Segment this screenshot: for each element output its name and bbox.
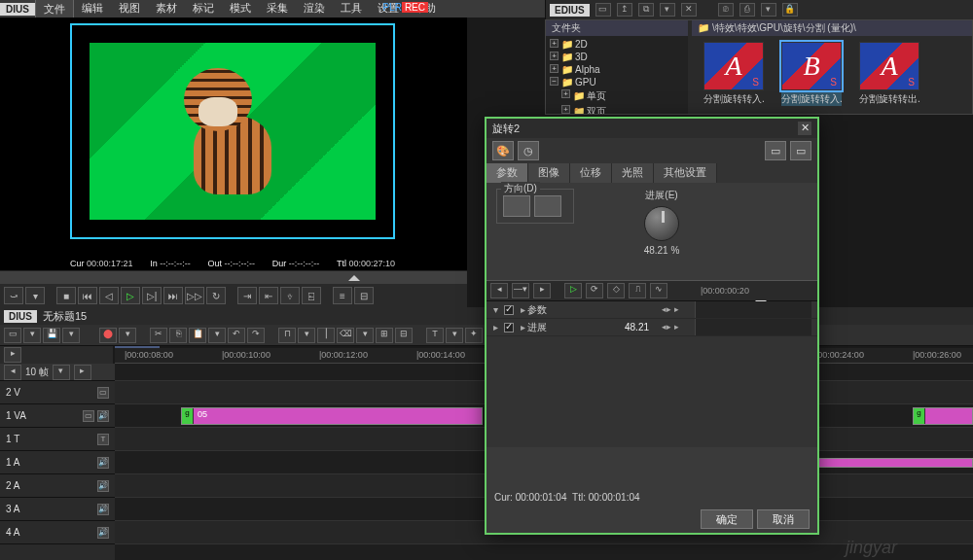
- expand-icon[interactable]: ▸: [518, 304, 527, 315]
- expand-icon[interactable]: ▸: [518, 322, 527, 332]
- seq-expand-icon[interactable]: ▸: [4, 347, 21, 363]
- play-icon[interactable]: ▷: [121, 287, 140, 304]
- tool2-icon[interactable]: ⎙: [739, 3, 755, 17]
- expand-icon[interactable]: ▸: [490, 322, 500, 332]
- end-icon[interactable]: ▷▷: [185, 287, 204, 304]
- collapse-icon[interactable]: ▾: [490, 304, 500, 315]
- menu-view[interactable]: 视图: [111, 0, 148, 19]
- speaker-icon[interactable]: 🔊: [97, 480, 109, 492]
- dropdown2-icon[interactable]: ▾: [761, 3, 776, 17]
- clip-va1[interactable]: g 05: [181, 407, 483, 425]
- tl-save-icon[interactable]: 💾: [43, 328, 60, 343]
- tool1-icon[interactable]: ⎚: [718, 3, 734, 17]
- zoom-dropdown-icon[interactable]: ▾: [53, 365, 70, 380]
- tab-other[interactable]: 其他设置: [654, 163, 717, 183]
- kf-loop-icon[interactable]: ⟳: [586, 283, 603, 298]
- expand-icon[interactable]: +: [550, 64, 559, 73]
- gauge-icon[interactable]: ◷: [518, 141, 539, 160]
- palette-icon[interactable]: 🎨: [492, 141, 514, 160]
- expand-icon[interactable]: +: [550, 52, 559, 60]
- insert-icon[interactable]: ⎀: [280, 287, 300, 304]
- checkbox-enabled[interactable]: [504, 323, 514, 332]
- zoom-next-icon[interactable]: ▸: [74, 365, 91, 380]
- kf-nav-icons[interactable]: ◂▸ ▸: [662, 304, 679, 314]
- clip-va1-b[interactable]: g: [913, 407, 973, 425]
- preset-load-icon[interactable]: ▭: [790, 141, 811, 160]
- menu-capture[interactable]: 采集: [259, 0, 296, 19]
- tl-redo-icon[interactable]: ↷: [247, 328, 265, 343]
- video-icon[interactable]: ▭: [97, 387, 109, 399]
- tl-dropdown7-icon[interactable]: ▾: [446, 328, 463, 343]
- tl-dropdown6-icon[interactable]: ▾: [356, 328, 374, 343]
- effect-thumb[interactable]: AS 分割旋转转入...: [703, 42, 764, 108]
- checkbox-enabled[interactable]: [504, 305, 514, 315]
- title-icon[interactable]: T: [97, 434, 109, 445]
- stop-icon[interactable]: ■: [56, 287, 76, 304]
- folder-tree[interactable]: +📁2D +📁3D +📁Alpha −📁GPU +📁单页 +📁双页 +📁变换: [546, 36, 688, 114]
- expand-icon[interactable]: +: [550, 39, 559, 48]
- param-row-root[interactable]: ▾ ▸ 参数 ◂▸ ▸: [486, 301, 817, 319]
- clip-a1[interactable]: [815, 458, 973, 468]
- speaker-icon[interactable]: 🔊: [97, 457, 109, 469]
- tree-node-gpu[interactable]: −📁GPU: [550, 76, 684, 88]
- track-va1[interactable]: 1 VA ▭🔊: [0, 404, 115, 428]
- tl-dropdown5-icon[interactable]: ▾: [298, 328, 315, 343]
- kf-curve-icon[interactable]: ⎍: [629, 283, 646, 298]
- menu-marker[interactable]: 标记: [185, 0, 222, 19]
- tl-delete-icon[interactable]: ⌫: [337, 328, 354, 343]
- preview-frame[interactable]: [70, 23, 395, 239]
- loop-icon[interactable]: ↻: [206, 287, 226, 304]
- kf-nav-icons[interactable]: ◂▸ ▸: [662, 322, 679, 332]
- tl-ripple-icon[interactable]: ⊓: [278, 328, 296, 343]
- tl-split-icon[interactable]: ⎮: [317, 328, 335, 343]
- speaker-icon[interactable]: 🔊: [97, 527, 109, 539]
- menu-mode[interactable]: 模式: [222, 0, 259, 19]
- tree-node-gpu-1[interactable]: +📁单页: [550, 88, 684, 104]
- tl-dropdown3-icon[interactable]: ▾: [119, 328, 136, 343]
- track-a2[interactable]: 2 A 🔊: [0, 474, 115, 498]
- tab-offset[interactable]: 位移: [570, 163, 612, 183]
- direction-out-button[interactable]: [534, 195, 561, 217]
- tl-copy-icon[interactable]: ⎘: [169, 328, 187, 343]
- speaker-icon[interactable]: 🔊: [97, 410, 109, 422]
- track-t1[interactable]: 1 T T: [0, 428, 115, 451]
- lock-icon[interactable]: 🔒: [782, 3, 798, 17]
- close-icon[interactable]: ✕: [798, 122, 811, 135]
- kf-line-dropdown-icon[interactable]: —▾: [512, 283, 529, 298]
- menu-edit[interactable]: 编辑: [74, 0, 111, 19]
- tree-node-alpha[interactable]: +📁Alpha: [550, 63, 684, 76]
- collapse-icon[interactable]: −: [550, 77, 559, 86]
- tl-cut-icon[interactable]: ✂: [150, 328, 167, 343]
- tl-dropdown4-icon[interactable]: ▾: [208, 328, 226, 343]
- param-row-progress[interactable]: ▸ ▸ 进展 48.21 ◂▸ ▸: [486, 319, 817, 336]
- progress-knob[interactable]: [644, 206, 679, 241]
- extra1-icon[interactable]: ≡: [333, 287, 352, 304]
- video-icon[interactable]: ▭: [83, 410, 94, 422]
- tl-paste-icon[interactable]: 📋: [189, 328, 206, 343]
- kf-track[interactable]: [695, 301, 811, 318]
- tree-node-gpu-2[interactable]: +📁双页: [550, 104, 684, 114]
- extra2-icon[interactable]: ⊟: [354, 287, 374, 304]
- tab-image[interactable]: 图像: [528, 163, 570, 183]
- dialog-titlebar[interactable]: 旋转2 ✕: [486, 119, 817, 138]
- kf-next-icon[interactable]: ▸: [533, 283, 551, 298]
- rewind-icon[interactable]: ⏮: [78, 287, 97, 304]
- link-icon[interactable]: ⧉: [638, 3, 654, 17]
- clip-transition-icon[interactable]: g: [182, 408, 194, 424]
- tl-new-icon[interactable]: ▭: [4, 328, 21, 343]
- kf-prev-icon[interactable]: ◂: [490, 283, 508, 298]
- tl-title-icon[interactable]: T: [426, 328, 444, 343]
- tl-dropdown1-icon[interactable]: ▾: [23, 328, 41, 343]
- menu-tools[interactable]: 工具: [333, 0, 370, 19]
- kf-add-icon[interactable]: ◇: [607, 283, 625, 298]
- clip-transition-icon[interactable]: g: [914, 408, 925, 424]
- folder-icon[interactable]: ▭: [595, 3, 611, 17]
- kf-graph-icon[interactable]: ∿: [650, 283, 667, 298]
- menu-render[interactable]: 渲染: [296, 0, 333, 19]
- mark-in-icon[interactable]: ⇥: [237, 287, 257, 304]
- close-icon[interactable]: ✕: [681, 3, 697, 17]
- tree-node-3d[interactable]: +📁3D: [550, 51, 684, 63]
- tree-node-2d[interactable]: +📁2D: [550, 38, 684, 51]
- menu-file[interactable]: 文件: [35, 0, 74, 19]
- tl-ungroup-icon[interactable]: ⊟: [395, 328, 413, 343]
